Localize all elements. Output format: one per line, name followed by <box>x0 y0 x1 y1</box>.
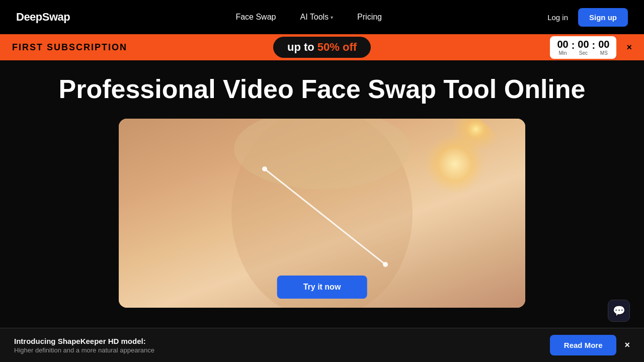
countdown-min: 00 Min <box>557 39 568 56</box>
video-preview: Try it now <box>119 119 525 308</box>
ai-tools-chevron-icon: ▾ <box>331 15 333 20</box>
chat-icon: 💬 <box>613 305 625 317</box>
nav-ai-tools[interactable]: AI Tools ▾ <box>300 13 333 22</box>
notification-subtitle: Higher definition and a more natural app… <box>14 346 154 354</box>
countdown-ms: 00 MS <box>598 39 609 56</box>
promo-pill: up to 50% off <box>273 37 371 58</box>
nav-pricing[interactable]: Pricing <box>357 13 382 22</box>
svg-point-4 <box>383 262 388 267</box>
notification-actions: Read More × <box>550 335 630 355</box>
navbar: DeepSwap Face Swap AI Tools ▾ Pricing Lo… <box>0 0 644 34</box>
notification-text: Introducing ShapeKeeper HD model: Higher… <box>14 337 154 354</box>
read-more-button[interactable]: Read More <box>550 335 617 355</box>
close-notification-button[interactable]: × <box>624 340 630 350</box>
promo-pill-text: up to 50% off <box>287 41 357 53</box>
nav-links: Face Swap AI Tools ▾ Pricing <box>235 13 382 22</box>
chat-widget[interactable]: 💬 <box>608 300 630 322</box>
nav-actions: Log in Sign up <box>547 8 628 27</box>
try-now-button[interactable]: Try it now <box>277 276 367 299</box>
promo-banner: FIRST SUBSCRIPTION up to 50% off 00 Min … <box>0 34 644 60</box>
login-button[interactable]: Log in <box>547 13 568 22</box>
svg-point-3 <box>262 166 267 171</box>
nav-face-swap[interactable]: Face Swap <box>235 13 276 22</box>
main-content: Professional Video Face Swap Tool Online <box>0 60 644 308</box>
notification-title: Introducing ShapeKeeper HD model: <box>14 337 154 345</box>
promo-highlight: 50% off <box>317 41 357 53</box>
promo-left-text: FIRST SUBSCRIPTION <box>12 42 127 53</box>
svg-point-1 <box>234 119 410 189</box>
countdown-timer: 00 Min : 00 Sec : 00 MS <box>550 36 616 59</box>
countdown-sep-1: : <box>572 40 575 55</box>
video-button-area: Try it now <box>277 276 367 299</box>
hero-title: Professional Video Face Swap Tool Online <box>59 74 586 105</box>
close-banner-button[interactable]: × <box>626 42 632 53</box>
notification-bar: Introducing ShapeKeeper HD model: Higher… <box>0 328 644 362</box>
brand-logo[interactable]: DeepSwap <box>16 11 70 24</box>
svg-line-2 <box>265 169 385 264</box>
signup-button[interactable]: Sign up <box>578 8 628 27</box>
promo-prefix: up to <box>287 41 317 53</box>
countdown-sep-2: : <box>592 40 596 55</box>
countdown-sec: 00 Sec <box>578 39 589 56</box>
svg-point-5 <box>400 119 501 202</box>
